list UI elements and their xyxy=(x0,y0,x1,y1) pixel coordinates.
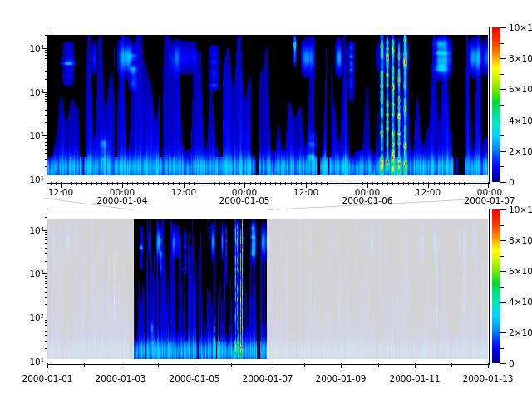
top-colorbar-minor-tick xyxy=(500,135,504,136)
top-y-minor-tick xyxy=(45,159,47,160)
bottom-y-minor-tick xyxy=(45,281,47,282)
top-x-minor-tick xyxy=(270,182,271,185)
top-x-minor-tick xyxy=(127,182,128,185)
bottom-x-tick-date-label: 2000-01-03 xyxy=(91,374,150,382)
bottom-y-minor-tick xyxy=(45,335,47,336)
bottom-y-minor-tick xyxy=(45,348,47,349)
top-x-minor-tick xyxy=(158,182,159,185)
bottom-colorbar-minor-tick xyxy=(500,287,504,288)
top-x-minor-tick xyxy=(194,182,195,185)
top-colorbar-major-tick xyxy=(500,89,506,90)
spectrogram-figure: 12:0000:002000-01-0412:0000:002000-01-05… xyxy=(0,0,532,399)
top-y-tick-label: 10² xyxy=(17,131,44,140)
top-colorbar-minor-tick xyxy=(500,166,504,167)
top-y-minor-tick xyxy=(45,62,47,62)
top-y-minor-tick xyxy=(45,66,47,66)
top-x-minor-tick xyxy=(311,182,312,185)
top-x-minor-tick xyxy=(454,182,455,185)
top-y-minor-tick xyxy=(45,55,47,56)
bottom-x-tick-date-label: 2000-01-01 xyxy=(18,374,76,382)
top-y-minor-tick xyxy=(45,140,47,140)
top-x-tick-time-label: 12:00 xyxy=(292,188,320,196)
bottom-y-minor-tick xyxy=(45,217,47,218)
bottom-x-minor-tick xyxy=(304,363,305,367)
bottom-y-minor-tick xyxy=(45,341,47,342)
bottom-x-major-tick xyxy=(121,363,121,368)
top-y-minor-tick xyxy=(45,153,47,154)
bottom-colorbar-minor-tick xyxy=(500,318,504,318)
top-x-minor-tick xyxy=(86,182,87,185)
bottom-y-minor-tick xyxy=(45,328,47,328)
bottom-colorbar-major-tick xyxy=(500,240,506,241)
top-x-tick-date-label: 2000-01-04 xyxy=(93,196,151,204)
top-colorbar-minor-tick xyxy=(500,74,504,75)
top-y-minor-tick xyxy=(45,58,47,59)
top-spectrogram-heatmap xyxy=(47,27,488,182)
top-x-minor-tick xyxy=(480,182,480,185)
top-x-minor-tick xyxy=(434,182,435,185)
top-colorbar-tick-label: 8×10⁷ xyxy=(509,53,532,63)
top-y-minor-tick xyxy=(45,149,47,150)
top-y-minor-tick xyxy=(45,145,47,146)
bottom-x-tick-date-label: 2000-01-07 xyxy=(239,374,297,382)
top-x-tick-date-label: 2000-01-05 xyxy=(215,196,273,204)
top-y-minor-tick xyxy=(45,79,47,80)
top-x-minor-tick xyxy=(229,182,230,185)
zoom-selection-box[interactable] xyxy=(133,209,268,362)
top-x-minor-tick xyxy=(382,182,383,185)
top-x-minor-tick xyxy=(250,182,251,185)
top-y-minor-tick xyxy=(45,101,47,102)
top-colorbar-minor-tick xyxy=(500,43,504,44)
bottom-y-tick-label: 10¹ xyxy=(17,357,44,367)
top-x-minor-tick xyxy=(179,182,180,185)
bottom-x-tick-date-label: 2000-01-11 xyxy=(386,374,444,382)
bottom-colorbar-tick-label: 6×10⁷ xyxy=(509,266,532,276)
top-x-minor-tick xyxy=(285,182,286,185)
bottom-x-tick-date-label: 2000-01-05 xyxy=(165,374,224,382)
bottom-y-minor-tick xyxy=(45,292,47,293)
top-x-minor-tick xyxy=(357,182,357,185)
top-x-minor-tick xyxy=(234,182,235,185)
bottom-colorbar-tick-label: 4×10⁷ xyxy=(509,297,532,307)
top-colorbar-major-tick xyxy=(500,58,506,59)
top-x-minor-tick xyxy=(327,182,328,185)
bottom-colorbar-tick-label: 2×10⁷ xyxy=(509,328,532,337)
top-x-minor-tick xyxy=(214,182,215,185)
top-colorbar-major-tick xyxy=(500,121,506,121)
top-y-minor-tick xyxy=(45,94,47,95)
bottom-spectrogram-heatmap xyxy=(47,209,488,363)
bottom-y-tick-label: 10⁴ xyxy=(17,225,44,235)
top-colorbar-major-tick xyxy=(500,27,506,28)
top-x-minor-tick xyxy=(444,182,445,185)
top-x-minor-tick xyxy=(239,182,240,185)
top-x-minor-tick xyxy=(413,182,414,185)
bottom-colorbar-minor-tick xyxy=(500,225,504,226)
top-x-minor-tick xyxy=(153,182,154,185)
top-x-minor-tick xyxy=(470,182,470,185)
top-y-minor-tick xyxy=(45,50,47,51)
top-x-minor-tick xyxy=(71,182,72,185)
top-x-minor-tick xyxy=(132,182,133,185)
top-x-minor-tick xyxy=(398,182,399,185)
top-x-minor-tick xyxy=(485,182,485,185)
top-x-minor-tick xyxy=(296,182,297,185)
bottom-y-minor-tick xyxy=(45,253,47,254)
bottom-x-major-tick xyxy=(268,363,268,368)
top-x-minor-tick xyxy=(137,182,138,185)
top-x-tick-time-label: 12:00 xyxy=(170,188,198,196)
bottom-x-tick-date-label: 2000-01-13 xyxy=(459,374,517,382)
bottom-y-tick-label: 10² xyxy=(17,313,44,323)
bottom-y-minor-tick xyxy=(45,283,47,284)
bottom-y-minor-tick xyxy=(45,297,47,298)
top-x-minor-tick xyxy=(408,182,409,185)
bottom-colorbar-tick-label: 10×10⁷ xyxy=(509,204,532,214)
top-x-minor-tick xyxy=(112,182,113,185)
top-x-minor-tick xyxy=(255,182,256,185)
top-y-minor-tick xyxy=(45,71,47,72)
top-y-minor-tick xyxy=(45,142,47,143)
top-x-minor-tick xyxy=(189,182,190,185)
top-x-minor-tick xyxy=(81,182,82,185)
top-x-minor-tick xyxy=(342,182,342,185)
top-x-minor-tick xyxy=(362,182,363,185)
top-colorbar-tick-label: 4×10⁷ xyxy=(509,116,532,126)
